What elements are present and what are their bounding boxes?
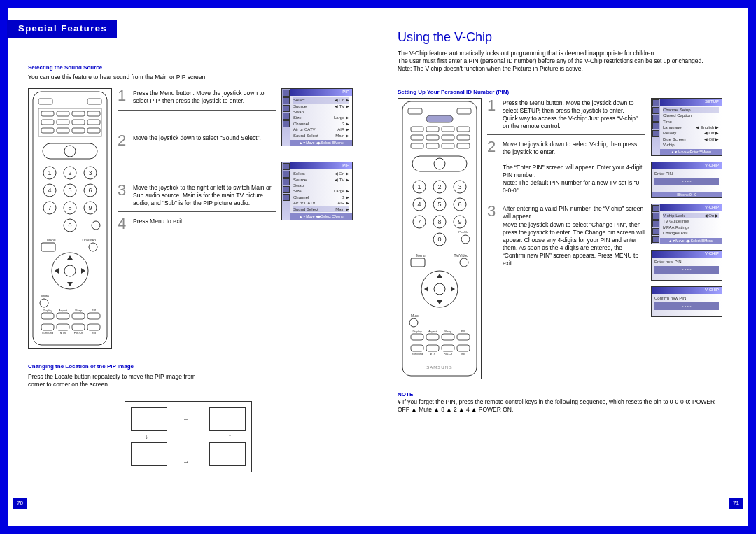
svg-text:Fav.Ch: Fav.Ch: [74, 331, 83, 335]
svg-text:5: 5: [438, 201, 441, 208]
svg-text:0: 0: [438, 236, 441, 243]
osd-setup: SETUP Channel Setup Closed Caption Time …: [651, 98, 722, 156]
svg-text:9: 9: [88, 204, 92, 211]
svg-text:1: 1: [417, 183, 421, 190]
page-title: Using the V-Chip: [398, 29, 728, 45]
svg-text:Fav.Ch: Fav.Ch: [444, 352, 453, 356]
svg-text:Mute: Mute: [411, 314, 419, 318]
svg-text:2: 2: [68, 169, 71, 176]
svg-text:Menu: Menu: [416, 253, 426, 258]
svg-text:4: 4: [48, 187, 51, 194]
vchip-intro: The V-Chip feature automatically locks o…: [398, 50, 728, 73]
svg-text:Aspect: Aspect: [59, 309, 68, 312]
left-page: Special Features Selecting the Sound Sou…: [8, 8, 378, 526]
osd-new-pin: V-CHIP Enter new PIN - - - -: [651, 250, 722, 281]
svg-text:Display: Display: [412, 330, 421, 333]
note-body: ¥ If you forget the PIN, press the remot…: [398, 398, 728, 414]
section-banner: Special Features: [7, 20, 117, 38]
svg-text:Mute: Mute: [41, 294, 49, 298]
step-1: 1 Press the Menu button. Move the joysti…: [118, 88, 276, 110]
svg-text:6: 6: [458, 201, 461, 208]
osd-enter-pin: V-CHIP Enter PIN - - - - ☰Menu 0 - 0: [651, 162, 722, 198]
svg-text:Pre-Ch: Pre-Ch: [458, 230, 468, 234]
svg-text:5: 5: [68, 187, 71, 194]
svg-text:Still: Still: [92, 331, 97, 335]
svg-text:8: 8: [68, 204, 71, 211]
intro-sound-source: You can use this feature to hear sound f…: [28, 73, 358, 81]
svg-text:MTS: MTS: [430, 352, 436, 356]
svg-text:Surround: Surround: [42, 331, 53, 335]
svg-text:TV/Video: TV/Video: [82, 238, 97, 242]
note-heading: NOTE: [398, 391, 728, 398]
svg-text:0: 0: [68, 222, 71, 229]
svg-text:Still: Still: [461, 352, 466, 356]
svg-text:PIP: PIP: [92, 309, 97, 312]
svg-text:Sleep: Sleep: [444, 330, 452, 333]
svg-text:3: 3: [458, 183, 461, 190]
svg-text:Display: Display: [43, 309, 52, 312]
svg-text:Menu: Menu: [47, 238, 56, 242]
svg-text:7: 7: [417, 218, 421, 225]
svg-text:Aspect: Aspect: [428, 330, 438, 333]
osd-vchip-menu: V-CHIP V-chip Lock◀ On ▶ TV Guidelines M…: [651, 204, 722, 244]
step-2: 2 Move the joystick down to select “Soun…: [118, 133, 276, 153]
svg-text:9: 9: [458, 218, 461, 225]
svg-text:2: 2: [438, 183, 441, 190]
svg-text:1: 1: [48, 169, 51, 176]
vchip-step-3: 3 After entering a valid PIN number, the…: [487, 204, 645, 271]
svg-text:3: 3: [88, 169, 92, 176]
page-number-left: 70: [13, 498, 27, 509]
svg-text:SAMSUNG: SAMSUNG: [426, 365, 452, 370]
osd-pip-2: PIP Select◀ On ▶ Source◀ TV ▶ Swap SizeL…: [281, 162, 353, 220]
remote-illustration-right: 1 2 3 4 5 6 7 8 9 0 Pre-Ch: [398, 98, 482, 381]
svg-text:6: 6: [88, 187, 92, 194]
svg-text:TV/Video: TV/Video: [454, 253, 469, 258]
step-4: 4 Press Menu to exit.: [118, 216, 276, 236]
svg-rect-66: [426, 115, 453, 122]
vchip-step-1: 1 Press the Menu button. Move the joysti…: [487, 98, 645, 135]
intro-locate: Press the Locate button repeatedly to mo…: [28, 373, 210, 388]
subheading-pin: Setting Up Your Personal ID Number (PIN): [398, 89, 728, 96]
subheading-locate: Changing the Location of the PIP Image: [28, 363, 358, 370]
svg-text:Surround: Surround: [412, 352, 423, 356]
svg-text:4: 4: [417, 201, 421, 208]
svg-text:7: 7: [48, 204, 51, 211]
svg-text:8: 8: [438, 218, 441, 225]
osd-pip-1: PIP Select◀ On ▶ Source◀ TV ▶ Swap SizeL…: [281, 88, 353, 146]
page-number-right: 71: [729, 498, 743, 509]
osd-confirm-pin: V-CHIP Confirm new PIN - - - -: [651, 286, 722, 317]
locate-diagram: ← → ↓ ↑: [125, 401, 252, 472]
right-page: Using the V-Chip The V-Chip feature auto…: [378, 8, 748, 526]
step-3: 3 Move the joystick to the right or left…: [118, 183, 276, 212]
remote-illustration-left: 1 2 3 4 5 6 7 8 9 0 Menu: [28, 88, 112, 351]
subheading-sound-source: Selecting the Sound Source: [28, 64, 358, 71]
svg-text:PIP: PIP: [461, 330, 466, 333]
svg-text:MTS: MTS: [60, 331, 66, 335]
vchip-step-2: 2 Move the joystick down to select V-chi…: [487, 139, 645, 199]
svg-text:Sleep: Sleep: [75, 309, 83, 312]
